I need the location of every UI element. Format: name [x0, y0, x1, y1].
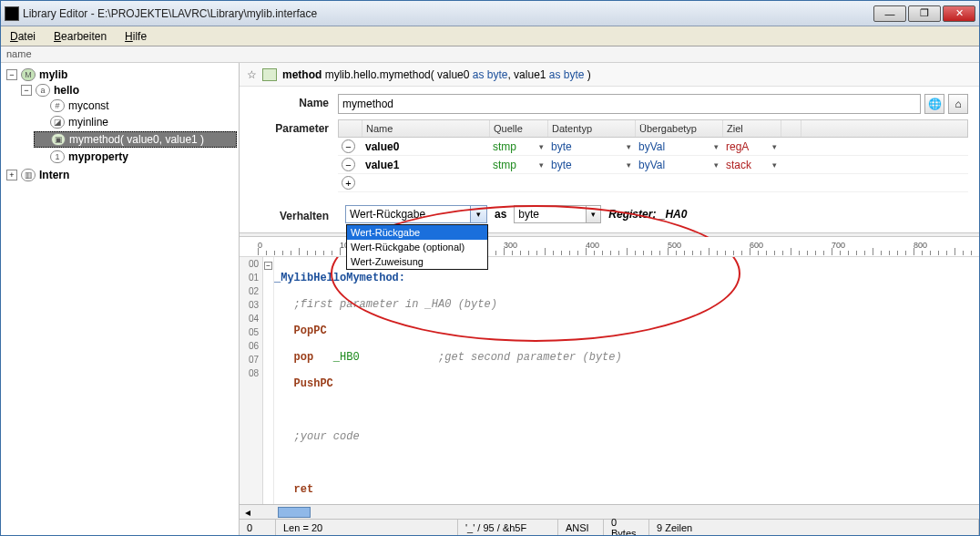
- tree-node-intern[interactable]: + ▥ Intern: [5, 168, 237, 182]
- fold-icon[interactable]: −: [264, 262, 272, 270]
- col-name: Name: [362, 120, 490, 137]
- close-button[interactable]: ✕: [943, 5, 975, 22]
- horizontal-scrollbar[interactable]: ◂: [240, 504, 979, 519]
- code-editor[interactable]: _MylibHelloMymethod: ;first parameter in…: [274, 257, 979, 504]
- app-icon: [5, 6, 19, 21]
- as-label: as: [495, 208, 506, 221]
- scrollbar-thumb[interactable]: [278, 507, 311, 518]
- table-header: Name Quelle Datentyp Übergabetyp Ziel: [338, 119, 968, 138]
- chevron-down-icon[interactable]: ▾: [772, 142, 777, 151]
- tree-label: Intern: [39, 169, 69, 181]
- status-lines: 9 Zeilen: [649, 520, 979, 535]
- line-gutter: 000102030405060708: [240, 257, 263, 504]
- chevron-down-icon[interactable]: ▾: [772, 160, 777, 170]
- parameter-table: Name Quelle Datentyp Übergabetyp Ziel − …: [338, 119, 968, 192]
- status-encoding: ANSI: [558, 520, 604, 535]
- tree-node-mylib[interactable]: − M mylib: [5, 67, 237, 82]
- chevron-down-icon[interactable]: ▾: [470, 206, 486, 222]
- window-controls: — ❐ ✕: [872, 5, 975, 22]
- name-label: Name: [250, 94, 338, 109]
- col-datentyp: Datentyp: [548, 120, 636, 137]
- expander-icon[interactable]: −: [21, 85, 32, 96]
- minimize-button[interactable]: —: [873, 5, 906, 22]
- dropdown-option[interactable]: Wert-Rückgabe (optional): [347, 240, 487, 254]
- expander-icon[interactable]: +: [6, 170, 17, 180]
- remove-row-icon[interactable]: −: [342, 158, 355, 171]
- home-button[interactable]: ⌂: [948, 94, 968, 114]
- type-value: byte: [518, 208, 539, 221]
- module-icon: M: [21, 68, 36, 81]
- tree-label: mymethod( value0, value1 ): [69, 133, 204, 146]
- remove-row-icon[interactable]: −: [342, 139, 355, 153]
- parameter-label: Parameter: [250, 119, 338, 135]
- dropdown-option[interactable]: Wert-Zuweisung: [347, 254, 487, 269]
- name-input[interactable]: [338, 94, 921, 114]
- scroll-left-icon[interactable]: ◂: [240, 506, 256, 519]
- statusbar: 0 Len = 20 '_' / 95 / &h5F ANSI 0 Bytes …: [240, 519, 979, 535]
- tree-label: myconst: [68, 99, 109, 112]
- verhalten-select[interactable]: Wert-Rückgabe ▾ Wert-Rückgabe Wert-Rückg…: [345, 205, 487, 223]
- maximize-button[interactable]: ❐: [908, 5, 941, 22]
- folder-icon: ▥: [21, 169, 36, 181]
- status-char: '_' / 95 / &h5F: [458, 520, 558, 535]
- chevron-down-icon[interactable]: ▾: [539, 142, 544, 151]
- menubar: Datei Bearbeiten Hilfe: [1, 26, 979, 46]
- status-bytes: 0 Bytes: [604, 520, 649, 535]
- tree-label: myproperty: [68, 150, 128, 163]
- type-select[interactable]: byte ▾: [514, 205, 601, 223]
- add-row-icon[interactable]: +: [342, 176, 355, 190]
- tree-column-header: name: [1, 46, 979, 63]
- col-ubergabetyp: Übergabetyp: [636, 120, 723, 137]
- property-icon: 1: [50, 150, 65, 163]
- method-icon: [262, 68, 277, 81]
- method-icon: ▣: [51, 133, 66, 146]
- table-row[interactable]: − value0 stmp▾ byte▾ byVal▾ regA▾: [338, 138, 968, 156]
- tree-node-myinline[interactable]: ◪ myinline: [34, 115, 237, 129]
- tree-node-myproperty[interactable]: 1 myproperty: [34, 149, 237, 164]
- verhalten-label: Verhalten: [250, 207, 338, 222]
- menu-edit[interactable]: Bearbeiten: [50, 28, 110, 45]
- table-row[interactable]: − value1 stmp▾ byte▾ byVal▾ stack▾: [338, 156, 968, 174]
- window-title: Library Editor - E:\PROJEKTE\LAVRC\Libra…: [23, 7, 872, 20]
- tree-node-myconst[interactable]: # myconst: [34, 98, 237, 113]
- chevron-down-icon[interactable]: ▾: [627, 160, 631, 170]
- expander-icon[interactable]: −: [6, 69, 17, 80]
- col-quelle: Quelle: [490, 120, 548, 137]
- fold-column: −: [263, 257, 274, 504]
- tree-node-hello[interactable]: − a hello: [19, 83, 237, 98]
- breadcrumb-text: method mylib.hello.mymethod( value0 as b…: [282, 68, 591, 81]
- chevron-down-icon[interactable]: ▾: [714, 142, 719, 151]
- tree-node-mymethod[interactable]: ▣ mymethod( value0, value1 ): [34, 131, 237, 148]
- menu-file[interactable]: Datei: [6, 28, 39, 45]
- const-icon: #: [50, 99, 65, 112]
- verhalten-value: Wert-Rückgabe: [350, 208, 425, 221]
- col-ziel: Ziel: [723, 120, 781, 137]
- verhalten-dropdown: Wert-Rückgabe Wert-Rückgabe (optional) W…: [346, 224, 488, 270]
- tree-label: hello: [54, 84, 79, 97]
- chevron-down-icon[interactable]: ▾: [539, 160, 544, 170]
- tree-label: mylib: [39, 68, 67, 81]
- chevron-down-icon[interactable]: ▾: [714, 160, 719, 170]
- chevron-down-icon[interactable]: ▾: [586, 206, 600, 222]
- breadcrumb: ☆ method mylib.hello.mymethod( value0 as…: [240, 63, 979, 87]
- status-len: Len = 20: [276, 520, 458, 535]
- tree-label: myinline: [68, 116, 108, 129]
- class-icon: a: [36, 84, 50, 97]
- star-icon: ☆: [247, 68, 257, 81]
- table-row-add: +: [338, 174, 968, 192]
- dropdown-option[interactable]: Wert-Rückgabe: [347, 225, 487, 240]
- status-cell: 0: [240, 520, 276, 535]
- chevron-down-icon[interactable]: ▾: [627, 142, 631, 151]
- menu-help[interactable]: Hilfe: [121, 28, 150, 45]
- globe-button[interactable]: 🌐: [924, 94, 944, 114]
- inline-icon: ◪: [50, 116, 65, 129]
- register-label: Register: _HA0: [608, 208, 687, 221]
- sidebar-tree[interactable]: − M mylib − a hello: [1, 63, 240, 535]
- titlebar: Library Editor - E:\PROJEKTE\LAVRC\Libra…: [1, 1, 979, 26]
